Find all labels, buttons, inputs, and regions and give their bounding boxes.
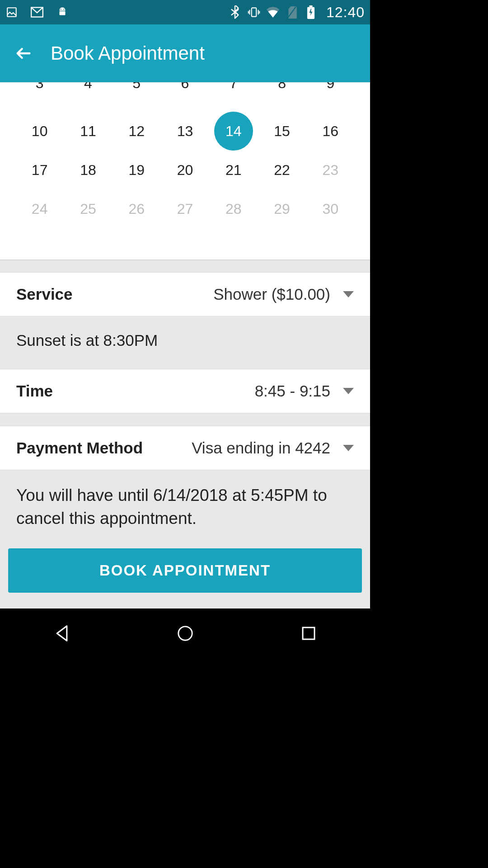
service-value: Shower ($10.00)	[213, 285, 330, 303]
calendar-day[interactable]: 22	[258, 160, 306, 180]
calendar-day[interactable]: 6	[161, 82, 209, 102]
calendar-day-number: 23	[323, 162, 339, 179]
calendar-day[interactable]: 4	[64, 82, 112, 102]
calendar-day: 28	[209, 199, 258, 219]
calendar-day[interactable]: 13	[161, 121, 209, 141]
svg-point-2	[61, 9, 61, 9]
service-label: Service	[16, 285, 73, 303]
svg-rect-0	[7, 8, 16, 17]
calendar-day-number: 17	[32, 162, 48, 179]
vibrate-icon	[248, 6, 260, 19]
calendar-day-number: 9	[326, 82, 334, 92]
calendar-day[interactable]: 15	[258, 121, 306, 141]
calendar-day-number: 15	[274, 123, 290, 140]
no-sim-icon	[286, 6, 298, 19]
calendar: 3456789101112131415161718192021222324252…	[0, 82, 370, 259]
back-button[interactable]	[13, 42, 34, 64]
time-label: Time	[16, 382, 53, 400]
chevron-down-icon	[343, 291, 354, 297]
calendar-day-number: 22	[274, 162, 290, 179]
svg-rect-8	[309, 5, 312, 7]
calendar-day-number: 5	[132, 82, 141, 92]
service-row[interactable]: Service Shower ($10.00)	[0, 272, 370, 316]
calendar-day[interactable]: 14	[209, 121, 258, 141]
bluetooth-icon	[229, 6, 241, 19]
calendar-day-number: 16	[323, 123, 339, 140]
svg-rect-10	[303, 627, 314, 639]
calendar-day[interactable]: 8	[258, 82, 306, 102]
time-row[interactable]: Time 8:45 - 9:15	[0, 369, 370, 413]
calendar-day[interactable]: 18	[64, 160, 112, 180]
calendar-day-number: 6	[181, 82, 189, 92]
payment-value: Visa ending in 4242	[192, 439, 330, 457]
calendar-day: 25	[64, 199, 112, 219]
android-icon	[56, 6, 69, 19]
book-appointment-button[interactable]: BOOK APPOINTMENT	[8, 548, 362, 593]
calendar-day-number: 12	[128, 123, 145, 140]
calendar-day-number: 10	[32, 123, 48, 140]
calendar-day-number: 3	[36, 82, 44, 92]
calendar-day: 27	[161, 199, 209, 219]
calendar-day[interactable]: 20	[161, 160, 209, 180]
calendar-day-number: 8	[278, 82, 286, 92]
nav-recent-button[interactable]	[299, 623, 319, 643]
calendar-day-number: 27	[177, 201, 193, 217]
picture-icon	[5, 6, 18, 19]
payment-row[interactable]: Payment Method Visa ending in 4242	[0, 426, 370, 470]
calendar-day-number: 21	[225, 162, 242, 179]
time-value: 8:45 - 9:15	[255, 382, 330, 400]
wifi-icon	[267, 6, 279, 19]
calendar-day-number: 7	[230, 82, 238, 92]
calendar-day-number: 11	[80, 123, 96, 140]
calendar-day: 24	[15, 199, 64, 219]
calendar-day[interactable]: 5	[113, 82, 161, 102]
calendar-day: 30	[306, 199, 355, 219]
chevron-down-icon	[343, 445, 354, 451]
calendar-day: 26	[113, 199, 161, 219]
calendar-day-number: 20	[177, 162, 193, 179]
mail-icon	[31, 6, 43, 19]
calendar-day[interactable]: 12	[113, 121, 161, 141]
android-nav-bar	[0, 609, 370, 658]
calendar-day-number: 29	[274, 201, 290, 217]
app-bar: Book Appointment	[0, 24, 370, 82]
calendar-day-number: 14	[225, 123, 242, 140]
calendar-day[interactable]: 21	[209, 160, 258, 180]
calendar-day-number: 25	[80, 201, 96, 217]
calendar-day[interactable]: 7	[209, 82, 258, 102]
page-title: Book Appointment	[51, 42, 205, 64]
calendar-day[interactable]: 10	[15, 121, 64, 141]
calendar-day[interactable]: 17	[15, 160, 64, 180]
calendar-day[interactable]: 9	[306, 82, 355, 102]
calendar-day: 29	[258, 199, 306, 219]
battery-charging-icon	[305, 6, 317, 19]
calendar-day-number: 26	[128, 201, 145, 217]
payment-label: Payment Method	[16, 439, 143, 457]
svg-rect-4	[60, 11, 66, 15]
nav-home-button[interactable]	[175, 623, 195, 643]
chevron-down-icon	[343, 388, 354, 394]
calendar-day: 23	[306, 160, 355, 180]
calendar-day-number: 19	[128, 162, 145, 179]
calendar-day[interactable]: 16	[306, 121, 355, 141]
calendar-day-number: 24	[32, 201, 48, 217]
calendar-day-number: 28	[225, 201, 242, 217]
sunset-info: Sunset is at 8:30PM	[0, 316, 370, 369]
calendar-day[interactable]: 19	[113, 160, 161, 180]
calendar-day-number: 30	[323, 201, 339, 217]
calendar-day[interactable]: 11	[64, 121, 112, 141]
svg-rect-5	[252, 8, 257, 16]
svg-point-9	[178, 627, 192, 640]
calendar-day-number: 18	[80, 162, 96, 179]
cancel-info: You will have until 6/14/2018 at 5:45PM …	[0, 470, 370, 549]
svg-point-3	[63, 9, 64, 9]
calendar-day-number: 4	[84, 82, 92, 92]
nav-back-button[interactable]	[52, 623, 72, 643]
calendar-day-number: 13	[177, 123, 193, 140]
status-bar: 12:40	[0, 0, 370, 24]
status-clock: 12:40	[326, 4, 365, 21]
calendar-day[interactable]: 3	[15, 82, 64, 102]
